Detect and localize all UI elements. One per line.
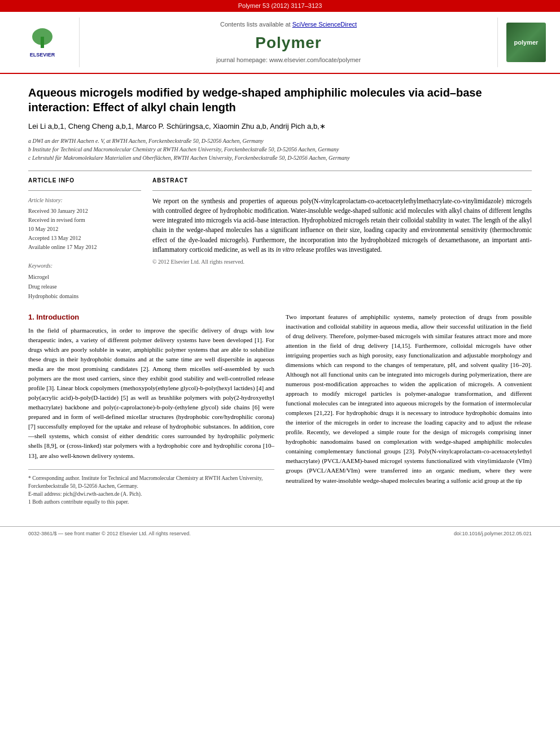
divider-abstract [152, 190, 532, 191]
available-date: Available online 17 May 2012 [28, 243, 141, 252]
svg-rect-2 [41, 37, 44, 48]
sciverse-link[interactable]: SciVerse ScienceDirect [292, 21, 357, 28]
footnotes: * Corresponding author. Institute for Te… [28, 469, 274, 506]
affiliation-b: b Institute for Technical and Macromolec… [28, 145, 532, 154]
intro-right-body: Two important features of amphiphilic sy… [286, 313, 532, 484]
polymer-badge: polymer [506, 23, 546, 62]
main-content: 1. Introduction In the field of pharmace… [28, 312, 532, 506]
revised-date: 10 May 2012 [28, 225, 141, 234]
intro-right-text: Two important features of amphiphilic sy… [286, 312, 532, 486]
article-body: Aqueous microgels modified by wedge-shap… [0, 74, 560, 517]
top-bar: Polymer 53 (2012) 3117–3123 [0, 0, 560, 12]
divider-info [28, 190, 141, 191]
keyword-3: Hydrophobic domains [28, 291, 141, 301]
article-info-label: Article Info [28, 177, 141, 185]
intro-number: 1. [28, 313, 34, 321]
keyword-1: Microgel [28, 272, 141, 282]
divider-1 [28, 171, 532, 171]
main-col-right: Two important features of amphiphilic sy… [286, 312, 532, 506]
footnote-equal: 1 Both authors contribute equally to thi… [28, 498, 274, 506]
journal-homepage: journal homepage: www.elsevier.com/locat… [216, 56, 361, 64]
affiliation-a: a DWI an der RWTH Aachen e. V, at RWTH A… [28, 137, 532, 145]
intro-title: 1. Introduction [28, 312, 274, 322]
abstract-label: Abstract [152, 177, 532, 185]
revised-label: Received in revised form [28, 216, 141, 225]
journal-center: Contents lists available at SciVerse Sci… [79, 18, 498, 67]
intro-label: Introduction [36, 313, 79, 321]
journal-title: Polymer [255, 32, 322, 54]
accepted-date: Accepted 13 May 2012 [28, 234, 141, 243]
intro-left-text: In the field of pharmaceutics, in order … [28, 326, 274, 461]
main-col-left: 1. Introduction In the field of pharmace… [28, 312, 274, 506]
footnote-corresponding: * Corresponding author. Institute for Te… [28, 474, 274, 491]
keywords: Microgel Drug release Hydrophobic domain… [28, 272, 141, 301]
info-abstract-section: Article Info Article history: Received 3… [28, 177, 532, 301]
elsevier-logo-container: ELSEVIER [11, 18, 73, 67]
affiliation-c: c Lehrstuhl für Makromolekulare Material… [28, 154, 532, 162]
article-title: Aqueous microgels modified by wedge-shap… [28, 85, 532, 115]
journal-header: ELSEVIER Contents lists available at Sci… [0, 12, 560, 74]
journal-citation: Polymer 53 (2012) 3117–3123 [238, 2, 322, 9]
abstract-text: We report on the synthesis and propertie… [152, 196, 532, 255]
bottom-bar: 0032-3861/$ — see front matter © 2012 El… [0, 526, 560, 541]
copyright-line: © 2012 Elsevier Ltd. All rights reserved… [152, 258, 532, 266]
doi-text: doi:10.1016/j.polymer.2012.05.021 [454, 530, 532, 538]
keyword-2: Drug release [28, 282, 141, 291]
polymer-badge-text: polymer [514, 38, 539, 47]
svg-text:ELSEVIER: ELSEVIER [30, 52, 55, 58]
affiliations: a DWI an der RWTH Aachen e. V, at RWTH A… [28, 137, 532, 162]
elsevier-logo-icon: ELSEVIER [14, 25, 71, 59]
intro-left-body: In the field of pharmaceutics, in order … [28, 327, 274, 459]
abstract-col: Abstract We report on the synthesis and … [152, 177, 532, 301]
polymer-badge-container: polymer [504, 18, 549, 67]
footnote-email: E-mail address: pich@dwi.rwth-aachen.de … [28, 490, 274, 498]
article-info-col: Article Info Article history: Received 3… [28, 177, 141, 301]
received-date: Received 30 January 2012 [28, 207, 141, 216]
authors-line: Lei Li a,b,1, Cheng Cheng a,b,1, Marco P… [28, 121, 532, 132]
sciverse-text: Contents lists available at SciVerse Sci… [220, 20, 357, 29]
history-label: Article history: [28, 196, 141, 204]
keywords-label: Keywords: [28, 262, 141, 270]
issn-text: 0032-3861/$ — see front matter © 2012 El… [28, 530, 191, 538]
